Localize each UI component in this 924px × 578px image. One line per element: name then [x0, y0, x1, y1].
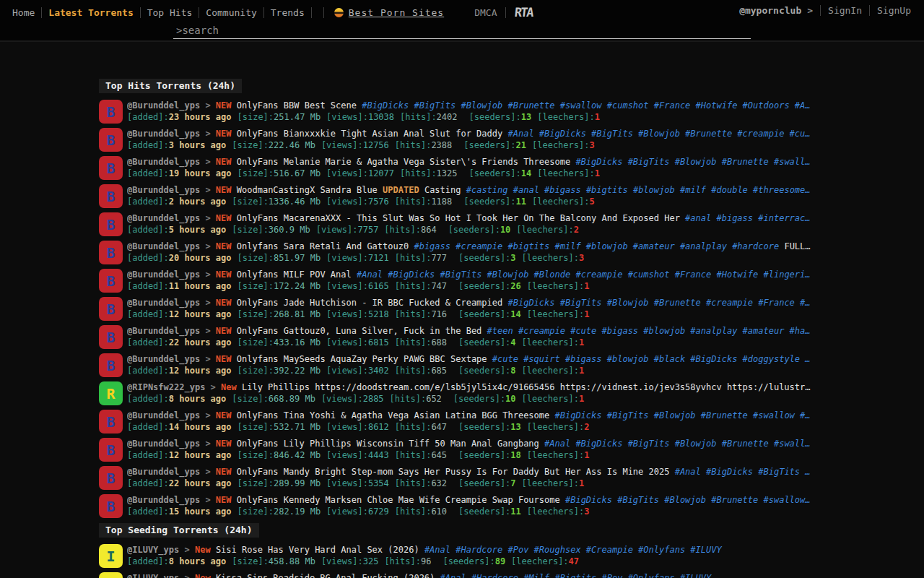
torrent-title[interactable]: OnlyFans Tina Yoshi & Agatha Vega Asian … [237, 410, 549, 420]
leechers-label: [leechers]: [522, 253, 579, 263]
torrent-title[interactable]: OnlyFans BBW Best Scene [237, 100, 357, 111]
uploader-link[interactable]: @Burunddel_yps [127, 354, 200, 364]
uploader-avatar[interactable]: B [99, 156, 123, 180]
tag-links[interactable]: #Anal #BigDicks #BigTits #Blowjob #Blond… [357, 269, 811, 280]
torrent-title[interactable]: Onlyfans MILF POV Anal [237, 269, 352, 280]
uploader-link[interactable]: @Burunddel_yps [127, 467, 200, 477]
leechers-value: 1 [595, 168, 600, 178]
uploader-avatar[interactable]: B [99, 184, 123, 208]
torrent-title[interactable]: Sisi Rose Has Very Hard Anal Sex (2026) [216, 545, 419, 555]
torrent-rows: I @ILUVY_yps > New Sisi Rose Has Very Ha… [99, 544, 924, 578]
leechers-value: 1 [579, 366, 584, 376]
uploader-link[interactable]: @Burunddel_yps [127, 410, 200, 420]
nav-item-trends[interactable]: Trends [264, 7, 311, 18]
uploader-avatar[interactable]: B [99, 325, 123, 349]
uploader-avatar[interactable]: I [99, 544, 123, 568]
avatar-letter: B [106, 244, 115, 262]
nav-item-home[interactable]: Home [6, 7, 41, 18]
tag-links[interactable]: #Anal #BigDicks #BigTits #Blowjob #Brune… [544, 439, 810, 449]
uploader-link[interactable]: @Burunddel_yps [127, 213, 200, 223]
new-badge: New [195, 545, 211, 555]
torrent-title[interactable]: OnlyFans MacarenaXXX - This Slut Was So … [237, 213, 680, 223]
tag-links[interactable]: #Anal #Hardcore #Pov #Roughsex #Creampie… [424, 545, 722, 555]
uploader-avatar[interactable]: I [99, 572, 123, 578]
uploader-link[interactable]: @ILUVY_yps [127, 545, 179, 555]
leechers-label: [leechers]: [537, 168, 594, 178]
tag-links[interactable]: #Anal #BigDicks #BigTits #Blowjob #Brune… [507, 129, 810, 139]
search-input[interactable] [173, 22, 751, 38]
uploader-avatar[interactable]: B [99, 269, 123, 293]
torrent-title-cont[interactable]: Casting [424, 185, 461, 195]
uploader-link[interactable]: @Burunddel_yps [127, 157, 200, 167]
tag-links[interactable]: #casting #anal #bigass #bigtits #blowjob… [466, 185, 811, 195]
tag-links[interactable]: #BigDicks #BigTits #Blowjob #Brunette #s… [565, 495, 811, 505]
uploader-avatar[interactable]: R [99, 381, 123, 405]
uploader-link[interactable]: @ILUVY_yps [127, 573, 179, 578]
tag-links[interactable]: #teen #creampie #cute #bigass #blowjob #… [487, 326, 811, 336]
tag-links[interactable]: #Anal #Hardcore #Milf #Bigtits #Pov #Onl… [440, 573, 712, 578]
rta-logo[interactable]: RTA [514, 5, 533, 20]
top-hits-section: Top Hits Torrents (24h) B @Burunddel_yps… [99, 78, 924, 522]
torrent-title[interactable]: OnlyFans Gattouz0, Luna Silver, Fuck in … [237, 326, 482, 336]
torrent-title[interactable]: OnlyFans Kennedy Marksen Chloe Mae Wife … [237, 495, 560, 505]
uploader-link[interactable]: @Burunddel_yps [127, 439, 200, 449]
leechers-label: [leechers]: [527, 309, 584, 319]
torrent-title[interactable]: Kissa Sins Roadside BG Anal Fucking (202… [216, 573, 435, 578]
uploader-link[interactable]: @Burunddel_yps [127, 495, 200, 505]
size-value: 360.9 Mb [269, 225, 310, 235]
seeders-value: 8 [510, 366, 515, 376]
stats-line: [added]:12 hours ago[size]:392.22 Mb[vie… [127, 365, 829, 376]
tag-links[interactable]: #BigDicks #BigTits #Blowjob #Brunette #c… [507, 298, 810, 308]
tag-links[interactable]: #Anal #BigDicks #BigTits … [675, 467, 811, 477]
club-name[interactable]: @mypornclub [739, 5, 801, 16]
uploader-avatar[interactable]: B [99, 100, 123, 124]
best-porn-sites-link[interactable]: Best Porn Sites [334, 7, 444, 18]
torrent-title[interactable]: OnlyFans Bianxxxkie Tight Asian Anal Slu… [237, 129, 502, 139]
title-line: @Burunddel_yps > NEW OnlyFans Bianxxxkie… [127, 128, 829, 139]
signin-link[interactable]: SignIn [821, 5, 869, 16]
uploader-avatar[interactable]: B [99, 494, 123, 518]
uploader-link[interactable]: @Burunddel_yps [127, 326, 200, 336]
uploader-link[interactable]: @Burunddel_yps [127, 185, 200, 195]
uploader-avatar[interactable]: B [99, 297, 123, 321]
nav-item-community[interactable]: Community [199, 7, 263, 18]
uploader-link[interactable]: @Burunddel_yps [127, 100, 200, 111]
dmca-link[interactable]: DMCA [474, 7, 505, 18]
uploader-avatar[interactable]: B [99, 466, 123, 490]
tag-links[interactable]: #anal #bigass #interrac… [685, 213, 810, 223]
torrent-row: I @ILUVY_yps > New Kissa Sins Roadside B… [99, 572, 924, 578]
torrent-title[interactable]: OnlyFans Mandy Bright Step-mom Says Her … [237, 467, 670, 477]
uploader-avatar[interactable]: B [99, 438, 123, 462]
uploader-avatar[interactable]: B [99, 212, 123, 236]
torrent-title[interactable]: Lily Phillips https://doodstream.com/e/l… [242, 382, 810, 392]
uploader-link[interactable]: @Burunddel_yps [127, 298, 200, 308]
nav-item-top-hits[interactable]: Top Hits [141, 7, 199, 18]
uploader-link[interactable]: @Burunddel_yps [127, 241, 200, 251]
tag-links[interactable]: #BigDicks #BigTits #Blowjob #Brunette #s… [362, 100, 810, 111]
torrent-title[interactable]: Onlyfans MaySeeds AquaZay Perky PAWG BBC… [237, 354, 487, 364]
tag-links[interactable]: #BigDicks #BigTits #Blowjob #Brunette #s… [575, 157, 810, 167]
torrent-row: B @Burunddel_yps > NEW Onlyfans MaySeeds… [99, 353, 924, 381]
leechers-value: 1 [579, 478, 584, 488]
uploader-avatar[interactable]: B [99, 353, 123, 377]
uploader-link[interactable]: @Burunddel_yps [127, 129, 200, 139]
tag-links[interactable]: #cute #squirt #bigass #blowjob #black #B… [492, 354, 811, 364]
tag-links[interactable]: #bigass #creampie #bigtits #milf #blowjo… [414, 241, 779, 251]
leechers-label: [leechers]: [527, 450, 584, 460]
torrent-title[interactable]: OnlyFans Lily Phillips Wisconsin Tiff 50… [237, 439, 539, 449]
nav-item-latest-torrents[interactable]: Latest Torrents [42, 7, 139, 18]
uploader-link[interactable]: @RIPNsfw222_yps [127, 382, 205, 392]
uploader-avatar[interactable]: B [99, 241, 123, 264]
uploader-avatar[interactable]: B [99, 410, 123, 434]
leechers-value: 1 [595, 112, 600, 122]
uploader-avatar[interactable]: B [99, 128, 123, 152]
torrent-title[interactable]: Onlyfans Sara Retali And Gattouz0 [237, 241, 409, 251]
signup-link[interactable]: SignUp [870, 5, 918, 16]
title-line: @Burunddel_yps > NEW Onlyfans MILF POV A… [127, 269, 829, 280]
uploader-link[interactable]: @Burunddel_yps [127, 269, 200, 280]
torrent-title[interactable]: WoodmanCastingX Sandra Blue [237, 185, 378, 195]
torrent-title[interactable]: OnlyFans Jade Hutchison - IR BBC Fucked … [237, 298, 502, 308]
tag-links[interactable]: #BigDicks #BigTits #Blowjob #Brunette #s… [555, 410, 811, 420]
torrent-title[interactable]: OnlyFans Melanie Marie & Agatha Vega Sis… [237, 157, 570, 167]
torrent-row: B @Burunddel_yps > NEW OnlyFans Bianxxxk… [99, 128, 924, 156]
